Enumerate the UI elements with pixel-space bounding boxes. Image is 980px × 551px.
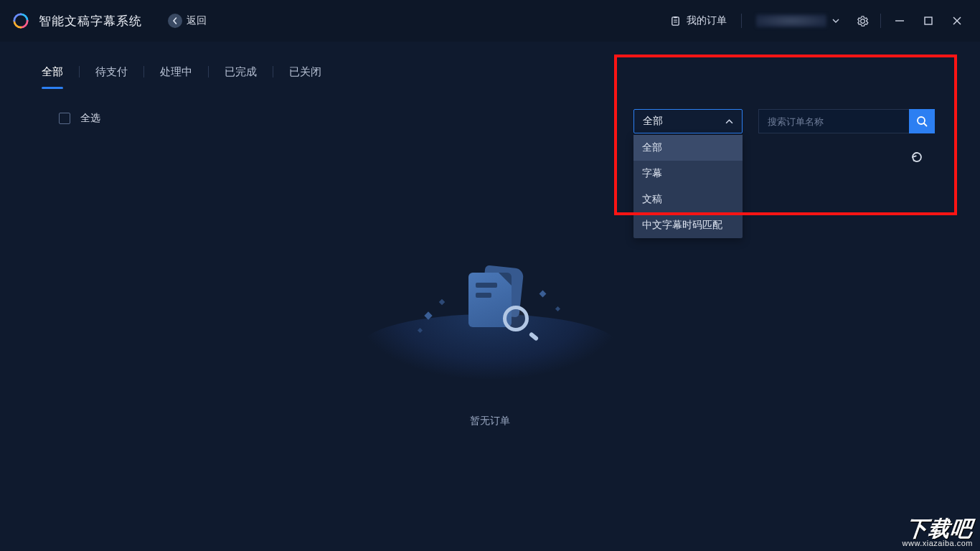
- minimize-button[interactable]: [885, 10, 914, 32]
- watermark-text: 下载吧: [901, 517, 974, 540]
- tab-all[interactable]: 全部: [42, 65, 63, 88]
- dropdown-option-timecode-match[interactable]: 中文字幕时码匹配: [633, 212, 743, 238]
- select-all-label: 全选: [80, 112, 100, 125]
- close-button[interactable]: [943, 10, 971, 32]
- svg-rect-1: [674, 16, 677, 17]
- app-logo-icon: [13, 13, 29, 29]
- app-title: 智能文稿字幕系统: [39, 13, 142, 29]
- search-input[interactable]: [758, 109, 909, 133]
- minimize-icon: [895, 16, 905, 26]
- back-button[interactable]: 返回: [168, 14, 207, 28]
- svg-line-9: [924, 123, 927, 126]
- tab-closed[interactable]: 已关闭: [289, 65, 321, 88]
- close-icon: [952, 16, 962, 26]
- select-all-checkbox[interactable]: [59, 113, 70, 124]
- watermark-url: www.xiazaiba.com: [903, 540, 973, 548]
- watermark: 下载吧 www.xiazaiba.com: [903, 517, 973, 548]
- magnifier-icon: [503, 306, 534, 337]
- dropdown-list: 全部 字幕 文稿 中文字幕时码匹配: [633, 135, 743, 238]
- order-status-tabs: 全部 待支付 处理中 已完成 已关闭: [42, 62, 938, 90]
- svg-rect-0: [672, 17, 679, 24]
- divider: [880, 14, 881, 28]
- maximize-button[interactable]: [914, 10, 943, 32]
- chevron-up-icon: [725, 118, 733, 126]
- title-bar: 智能文稿字幕系统 返回 我的订单: [0, 0, 980, 42]
- divider: [208, 66, 209, 77]
- back-arrow-icon: [168, 14, 182, 28]
- empty-state: 暂无订单: [397, 257, 583, 428]
- main-content: 全部 待支付 处理中 已完成 已关闭 全选 全部 全部 字幕 文稿 中文字幕时码…: [0, 42, 980, 551]
- empty-state-text: 暂无订单: [470, 415, 510, 428]
- clipboard-icon: [670, 16, 681, 27]
- dropdown-option-all[interactable]: 全部: [633, 135, 743, 161]
- back-label: 返回: [187, 14, 207, 27]
- account-menu[interactable]: [746, 10, 849, 32]
- refresh-button[interactable]: [910, 151, 923, 166]
- tab-pending-payment[interactable]: 待支付: [95, 65, 128, 88]
- settings-button[interactable]: [849, 10, 876, 32]
- my-orders-button[interactable]: 我的订单: [660, 10, 737, 32]
- tab-processing[interactable]: 处理中: [160, 65, 192, 88]
- divider: [143, 66, 144, 77]
- search-button[interactable]: [909, 109, 935, 133]
- gear-icon: [857, 15, 869, 27]
- divider: [741, 14, 742, 28]
- divider: [79, 66, 80, 77]
- tab-completed[interactable]: 已完成: [225, 65, 257, 88]
- dropdown-option-transcript[interactable]: 文稿: [633, 187, 743, 212]
- type-filter-dropdown: 全部 全部 字幕 文稿 中文字幕时码匹配: [633, 109, 743, 238]
- title-bar-right: 我的订单: [660, 10, 971, 32]
- title-bar-left: 智能文稿字幕系统 返回: [13, 13, 207, 29]
- dropdown-selected: 全部: [643, 115, 663, 128]
- my-orders-label: 我的订单: [687, 14, 727, 27]
- search-icon: [916, 116, 928, 127]
- divider: [273, 66, 273, 77]
- maximize-icon: [923, 16, 933, 26]
- dropdown-trigger[interactable]: 全部: [633, 109, 743, 133]
- account-name-redacted: [756, 14, 826, 27]
- refresh-icon: [910, 151, 923, 164]
- filter-search-zone: 全部 全部 字幕 文稿 中文字幕时码匹配: [633, 109, 935, 238]
- empty-illustration: [397, 257, 583, 372]
- search-box: [758, 109, 935, 133]
- chevron-down-icon: [832, 17, 839, 24]
- svg-rect-5: [925, 17, 932, 24]
- dropdown-option-subtitle[interactable]: 字幕: [633, 161, 743, 187]
